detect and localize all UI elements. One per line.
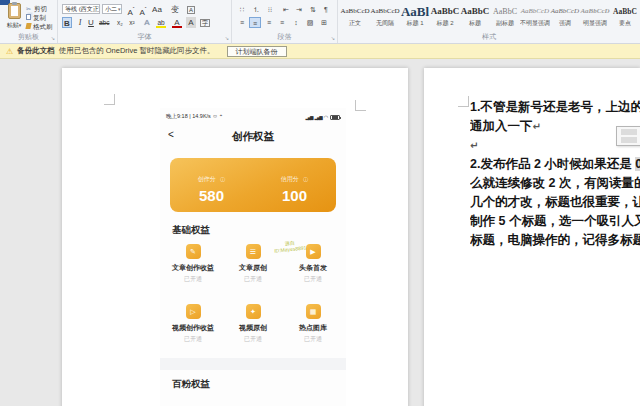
clipboard-dialog-launcher[interactable]: ↘ xyxy=(51,36,55,41)
page-right[interactable]: 1.不管是新号还是老号，上边的权 通加入一下↵ ↵ 2.发布作品 2 小时候如果… xyxy=(424,68,640,406)
info-icon: ⓘ xyxy=(220,176,225,182)
borders-button[interactable]: ⊞ xyxy=(318,17,330,28)
style-item-subtle-emphasis[interactable]: AaBbCcD不明显强调 xyxy=(520,2,550,32)
ribbon: 粘贴 ✂剪切 复制 格式刷 剪贴板 ↘ 等线 (西文正文) 小二 Aˆ Aˇ A… xyxy=(0,0,640,44)
autocorrect-options-popup[interactable] xyxy=(616,126,640,146)
numbering-button[interactable]: ⒈ xyxy=(250,4,262,15)
info-icon: ⓘ xyxy=(303,176,308,182)
paragraph-dialog-launcher[interactable]: ↘ xyxy=(331,36,335,41)
backup-action-button[interactable]: 计划端队备份 xyxy=(227,46,287,57)
sort-button[interactable]: ⇅ xyxy=(307,4,319,15)
paste-icon xyxy=(8,3,21,19)
benefit-article-income: ✎ 文章创作收益 已开通 xyxy=(162,244,224,284)
style-item-normal[interactable]: AaBbCcD正文 xyxy=(340,2,370,32)
decrease-indent-button[interactable]: ⇤ xyxy=(280,4,292,15)
increase-indent-button[interactable]: ⇥ xyxy=(293,4,305,15)
line-spacing-button[interactable]: ↕ xyxy=(290,17,302,28)
font-size-combo[interactable]: 小二 xyxy=(102,4,122,14)
paste-button[interactable]: 粘贴 xyxy=(3,3,25,33)
align-left-button[interactable]: ≡ xyxy=(236,17,248,28)
multilevel-list-button[interactable]: ⁝⁝ xyxy=(264,4,276,15)
signal-icon: ▂▄▆ xyxy=(305,115,312,120)
wifi-icon: ◠ xyxy=(324,114,328,120)
enclose-characters-button[interactable]: 字 xyxy=(200,17,210,28)
style-item-heading1[interactable]: AaBl标题 1 xyxy=(400,2,430,32)
font-color-button[interactable]: A xyxy=(172,17,182,28)
signal-icon: ▂▄▆ xyxy=(315,115,322,120)
copy-icon xyxy=(26,14,31,20)
margin-mark xyxy=(458,96,469,107)
phone-nav-bar: < 创作权益 xyxy=(160,126,346,146)
score-card: 创作分 ⓘ 580 信用分 ⓘ 100 xyxy=(170,158,336,212)
word-window: 粘贴 ✂剪切 复制 格式刷 剪贴板 ↘ 等线 (西文正文) 小二 Aˆ Aˇ A… xyxy=(0,0,640,406)
text-line: 制作 5 个标题，选一个吸引人又不 xyxy=(470,212,640,231)
message-text: 使用已包含的 OneDrive 暂时隐藏此同步文件。 xyxy=(59,46,215,56)
video-income-icon: ▷ xyxy=(186,304,201,319)
justify-button[interactable]: ≡ xyxy=(276,17,288,28)
paste-label: 粘贴 xyxy=(3,21,25,30)
message-title: 备份此文档 xyxy=(17,46,55,56)
document-area: 晚上9:18 | 14.9K/s ☺ ⁺ ▂▄▆ ▂▄▆ ◠ < 创作权益 xyxy=(0,59,640,406)
paragraph-mark: ↵ xyxy=(533,121,541,132)
section-basic-benefits: 基础权益 xyxy=(172,224,210,237)
shaded-text: 0 阅 xyxy=(635,157,640,171)
margin-mark xyxy=(104,94,115,105)
hot-gallery-icon: ▦ xyxy=(306,304,321,319)
backup-message-bar: ⚠ 备份此文档 使用已包含的 OneDrive 暂时隐藏此同步文件。 计划端队备… xyxy=(0,44,640,59)
align-right-button[interactable]: ≡ xyxy=(263,17,275,28)
underline-button[interactable]: U xyxy=(86,17,96,28)
style-item-intense-emphasis[interactable]: AaBbCcD明显强调 xyxy=(580,2,610,32)
change-case-button[interactable]: Aa xyxy=(152,4,162,15)
benefit-hot-gallery: ▦ 热点图库 已开通 xyxy=(282,304,344,344)
text-highlight-button[interactable]: ab xyxy=(156,17,166,28)
style-item-subtitle[interactable]: AaBbC副标题 xyxy=(490,2,520,32)
text-line: 1.不管是新号还是老号，上边的权 xyxy=(470,98,640,117)
page-left[interactable]: 晚上9:18 | 14.9K/s ☺ ⁺ ▂▄▆ ▂▄▆ ◠ < 创作权益 xyxy=(62,68,408,406)
creation-score: 创作分 ⓘ 580 xyxy=(170,158,253,212)
character-border-button[interactable]: A xyxy=(186,4,196,15)
font-name-combo[interactable]: 等线 (西文正文) xyxy=(62,4,100,14)
bold-button[interactable]: B xyxy=(62,17,72,28)
credit-score-value: 100 xyxy=(253,187,336,204)
clipboard-group: 粘贴 ✂剪切 复制 格式刷 剪贴板 ↘ xyxy=(0,0,58,43)
text-line: 通加入一下↵ xyxy=(470,117,640,136)
phonetic-guide-button[interactable]: 变 xyxy=(170,4,180,15)
text-line: ↵ xyxy=(470,136,640,155)
embedded-phone-screenshot[interactable]: 晚上9:18 | 14.9K/s ☺ ⁺ ▂▄▆ ▂▄▆ ◠ < 创作权益 xyxy=(160,108,346,406)
grow-font-button[interactable]: Aˆ xyxy=(126,4,136,15)
phone-status-bar: 晚上9:18 | 14.9K/s ☺ ⁺ ▂▄▆ ▂▄▆ ◠ xyxy=(166,113,340,122)
shrink-font-button[interactable]: Aˇ xyxy=(138,4,148,15)
strikethrough-button[interactable]: abc xyxy=(99,17,109,28)
format-painter-button[interactable]: 格式刷 xyxy=(26,22,53,32)
show-marks-button[interactable]: ¶ xyxy=(320,4,332,15)
benefit-video-income: ▷ 视频创作收益 已开通 xyxy=(162,304,224,344)
creation-score-value: 580 xyxy=(170,187,253,204)
styles-group-label: 样式 xyxy=(338,32,640,42)
shading-button[interactable]: ▨ xyxy=(304,17,316,28)
character-shading-button[interactable]: A xyxy=(186,17,196,28)
benefit-video-original: ✦ 视频原创 已开通 xyxy=(222,304,284,344)
superscript-button[interactable]: x² xyxy=(127,17,137,28)
bullets-button[interactable]: ∷ xyxy=(236,4,248,15)
style-item-strong[interactable]: AaBbC要点 xyxy=(610,2,640,32)
paragraph-mark: ↵ xyxy=(470,140,478,151)
text-effects-button[interactable]: A xyxy=(142,17,152,28)
warning-icon: ⚠ xyxy=(6,47,13,56)
styles-group: AaBbCcD正文 AaBbCcD无间隔 AaBl标题 1 AaBbC标题 2 … xyxy=(338,0,640,43)
style-item-no-spacing[interactable]: AaBbCcD无间隔 xyxy=(370,2,400,32)
font-group: 等线 (西文正文) 小二 Aˆ Aˇ Aa 变 A B I U abc x₂ x… xyxy=(58,0,232,43)
font-dialog-launcher[interactable]: ↘ xyxy=(225,36,229,41)
italic-button[interactable]: I xyxy=(75,17,85,28)
format-painter-icon xyxy=(25,23,31,29)
subscript-button[interactable]: x₂ xyxy=(115,17,125,28)
text-line: 标题，电脑操作的，记得多标题加 xyxy=(470,231,640,250)
style-item-title[interactable]: AaBbC标题 xyxy=(460,2,490,32)
battery-icon xyxy=(330,115,340,120)
align-center-button[interactable]: ≡ xyxy=(249,17,261,28)
document-text: 1.不管是新号还是老号，上边的权 通加入一下↵ ↵ 2.发布作品 2 小时候如果… xyxy=(470,98,640,250)
text-line: 几个的才改，标题也很重要，让 G xyxy=(470,193,640,212)
style-item-heading2[interactable]: AaBbC标题 2 xyxy=(430,2,460,32)
video-original-icon: ✦ xyxy=(246,304,261,319)
style-item-emphasis[interactable]: AaBbCcD强调 xyxy=(550,2,580,32)
article-income-icon: ✎ xyxy=(186,244,201,259)
